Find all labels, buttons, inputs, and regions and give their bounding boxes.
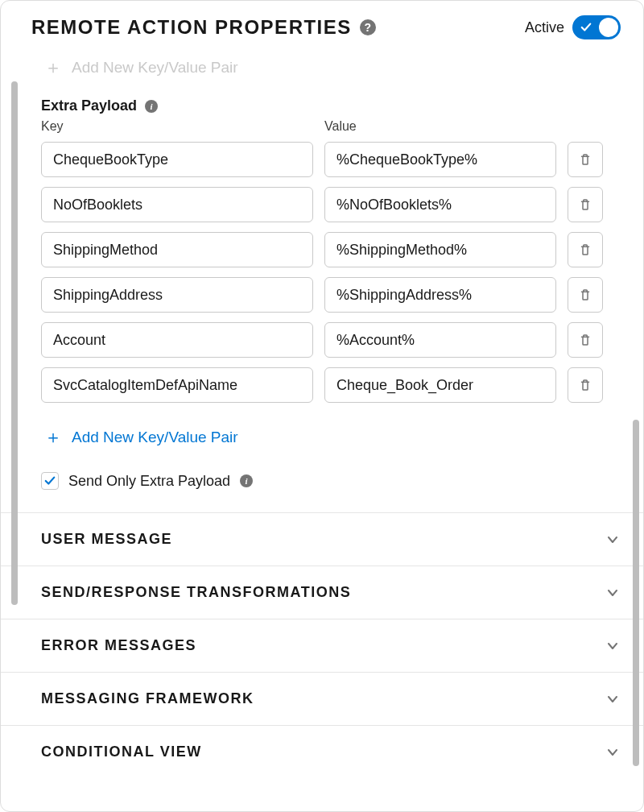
- add-kv-disabled-label: Add New Key/Value Pair: [72, 59, 238, 77]
- accordion-title: USER MESSAGE: [41, 531, 172, 548]
- trash-icon: [578, 333, 592, 347]
- info-icon[interactable]: i: [240, 474, 253, 487]
- chevron-down-icon: [606, 533, 619, 546]
- scrollbar-indicator[interactable]: [633, 420, 639, 766]
- panel-title: REMOTE ACTION PROPERTIES: [31, 16, 352, 39]
- value-input[interactable]: [324, 277, 556, 313]
- key-input[interactable]: [41, 232, 313, 267]
- delete-row-button[interactable]: [568, 187, 603, 222]
- chevron-down-icon: [606, 640, 619, 652]
- value-input[interactable]: [324, 367, 556, 403]
- active-toggle[interactable]: [572, 15, 621, 39]
- kv-row: [41, 227, 643, 272]
- accordion-title: CONDITIONAL VIEW: [41, 744, 202, 760]
- delete-row-button[interactable]: [568, 367, 603, 403]
- key-input[interactable]: [41, 367, 313, 403]
- kv-row: [41, 362, 643, 408]
- trash-icon: [578, 242, 592, 257]
- delete-row-button[interactable]: [568, 322, 603, 358]
- scrollbar-indicator: [11, 81, 18, 605]
- active-label: Active: [525, 19, 564, 36]
- kv-row: [41, 182, 643, 227]
- help-icon[interactable]: ?: [360, 19, 376, 35]
- plus-icon: ＋: [44, 425, 62, 450]
- extra-payload-label: Extra Payload: [41, 97, 137, 114]
- accordion-section[interactable]: ERROR MESSAGES: [1, 619, 643, 673]
- chevron-down-icon: [606, 746, 619, 759]
- toggle-knob: [599, 18, 618, 37]
- accordion-title: MESSAGING FRAMEWORK: [41, 690, 254, 707]
- send-only-label: Send Only Extra Payload: [68, 473, 230, 490]
- accordion-section[interactable]: USER MESSAGE: [1, 513, 643, 566]
- trash-icon: [578, 152, 592, 167]
- trash-icon: [578, 197, 592, 212]
- panel-header: REMOTE ACTION PROPERTIES ? Active: [1, 1, 643, 49]
- key-input[interactable]: [41, 187, 313, 222]
- delete-row-button[interactable]: [568, 232, 603, 267]
- value-column-header: Value: [324, 119, 603, 134]
- add-kv-label: Add New Key/Value Pair: [72, 429, 238, 446]
- key-input[interactable]: [41, 322, 313, 358]
- value-input[interactable]: [324, 187, 556, 222]
- kv-row: [41, 317, 643, 362]
- send-only-checkbox[interactable]: [41, 472, 59, 490]
- accordion-title: ERROR MESSAGES: [41, 637, 196, 654]
- accordion-title: SEND/RESPONSE TRANSFORMATIONS: [41, 584, 351, 601]
- value-input[interactable]: [324, 142, 556, 177]
- key-column-header: Key: [41, 119, 313, 134]
- trash-icon: [578, 288, 592, 302]
- accordion-section[interactable]: SEND/RESPONSE TRANSFORMATIONS: [1, 566, 643, 619]
- plus-icon: ＋: [44, 56, 62, 80]
- delete-row-button[interactable]: [568, 277, 603, 313]
- kv-row: [41, 272, 643, 317]
- accordion-section[interactable]: CONDITIONAL VIEW: [1, 726, 643, 770]
- kv-row: [41, 137, 643, 182]
- key-input[interactable]: [41, 142, 313, 177]
- check-icon: [580, 22, 592, 33]
- value-input[interactable]: [324, 322, 556, 358]
- key-input[interactable]: [41, 277, 313, 313]
- chevron-down-icon: [606, 693, 619, 706]
- trash-icon: [578, 378, 592, 392]
- delete-row-button[interactable]: [568, 142, 603, 177]
- add-kv-disabled: ＋ Add New Key/Value Pair: [41, 49, 643, 97]
- chevron-down-icon: [606, 586, 619, 599]
- check-icon: [44, 475, 56, 487]
- accordion-section[interactable]: MESSAGING FRAMEWORK: [1, 673, 643, 726]
- add-kv-button[interactable]: ＋ Add New Key/Value Pair: [41, 408, 643, 469]
- value-input[interactable]: [324, 232, 556, 267]
- info-icon[interactable]: i: [145, 100, 158, 113]
